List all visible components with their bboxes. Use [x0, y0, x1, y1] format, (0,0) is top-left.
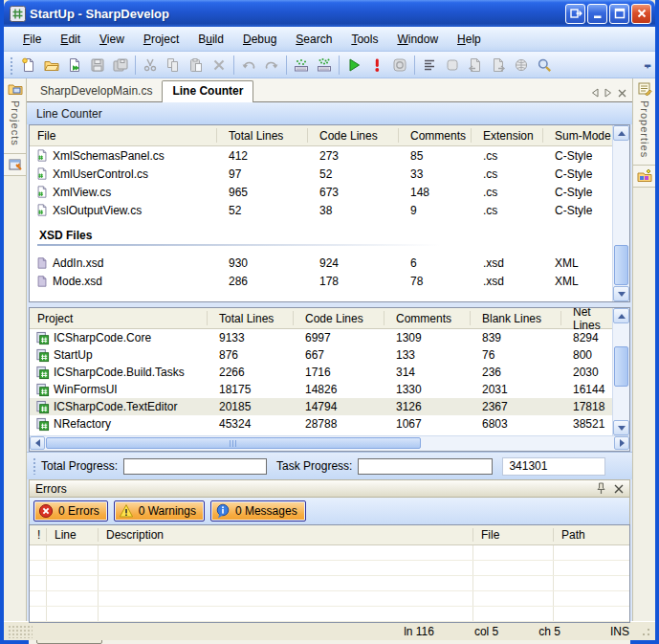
project-table-hscrollbar[interactable]	[30, 435, 629, 451]
menu-item-tools[interactable]: Tools	[341, 30, 387, 49]
table-row[interactable]: ICSharpCode.TextEditor201851479431262367…	[30, 398, 613, 415]
column-header[interactable]: Code Lines	[294, 311, 384, 325]
column-header[interactable]: File	[30, 128, 217, 143]
scroll-thumb[interactable]	[46, 437, 421, 449]
open-folder-icon[interactable]	[40, 54, 63, 77]
menu-item-help[interactable]: Help	[448, 30, 491, 49]
project-table-panel: ProjectTotal LinesCode LinesCommentsBlan…	[29, 307, 630, 452]
new-file-icon[interactable]	[17, 54, 40, 77]
column-header[interactable]: Code Lines	[308, 128, 399, 143]
group-header: XSD Files	[30, 219, 613, 244]
table-row[interactable]: WinFormsUI18175148261330203116144	[30, 381, 613, 398]
resize-grip-icon[interactable]	[639, 625, 651, 637]
menu-item-file[interactable]: File	[13, 30, 51, 49]
column-header[interactable]: Comments	[399, 128, 472, 143]
list-icon[interactable]	[418, 54, 441, 77]
column-header[interactable]: Sum-Mode	[543, 128, 613, 143]
grip-handle-icon[interactable]	[33, 457, 37, 475]
sidebar-right-tab-1[interactable]	[633, 166, 655, 188]
table-row[interactable]: Mode.xsd28617878.xsdXML	[30, 272, 613, 290]
build-icon[interactable]	[290, 54, 313, 77]
file-table-panel: FileTotal LinesCode LinesCommentsExtensi…	[29, 124, 630, 302]
window-mode-button[interactable]	[565, 4, 585, 24]
doc-tab-1[interactable]: Line Counter	[162, 80, 253, 102]
tab-next-icon[interactable]	[604, 88, 612, 98]
pin-icon[interactable]	[596, 482, 606, 495]
run-icon[interactable]	[342, 54, 365, 77]
doc-tab-0[interactable]: SharpDevelopMain.cs	[31, 81, 162, 101]
column-header[interactable]: Description	[99, 528, 473, 542]
document-tab-strip: SharpDevelopMain.csLine Counter	[27, 78, 632, 102]
undo-icon	[237, 54, 260, 77]
row-value: 16144	[561, 383, 613, 396]
scroll-thumb[interactable]	[614, 245, 628, 285]
paste-icon	[185, 54, 208, 77]
row-value: C-Style	[543, 167, 613, 181]
table-row[interactable]: XmlSchemasPanel.cs41227385.csC-Style	[30, 146, 613, 165]
column-header[interactable]: Total Lines	[217, 128, 308, 143]
properties-pad-icon	[637, 81, 652, 97]
column-header[interactable]: Total Lines	[208, 311, 294, 325]
cs-file-icon	[35, 203, 49, 217]
scroll-down-icon[interactable]	[613, 286, 629, 301]
close-button[interactable]	[631, 4, 651, 24]
0-messages-button[interactable]: 0 Messages	[210, 500, 306, 522]
table-row[interactable]: StartUp87666713376800	[30, 346, 613, 364]
project-icon	[35, 348, 50, 363]
column-header[interactable]: Project	[30, 311, 208, 325]
scroll-up-icon[interactable]	[613, 125, 629, 141]
table-row[interactable]: XmlUserControl.cs975233.csC-Style	[30, 165, 613, 183]
toolbar-overflow-icon[interactable]: ▂▾	[642, 55, 653, 76]
file-table-vscrollbar[interactable]	[612, 125, 629, 301]
column-header[interactable]: File	[473, 528, 554, 542]
toolbar-grip-icon[interactable]	[9, 56, 14, 75]
scroll-up-icon[interactable]	[613, 308, 629, 323]
row-value: C-Style	[543, 204, 613, 217]
scroll-right-icon[interactable]	[614, 436, 629, 450]
right-sidebar: Properties	[632, 78, 655, 621]
column-header[interactable]: Path	[554, 528, 629, 542]
table-row[interactable]: AddIn.xsd9309246.xsdXML	[30, 254, 613, 272]
column-header[interactable]: !	[30, 528, 47, 542]
menu-item-debug[interactable]: Debug	[233, 30, 286, 49]
table-row[interactable]: NRefactory45324287881067680338521	[30, 415, 613, 433]
search-icon[interactable]	[533, 54, 556, 77]
sidebar-left-tab-1[interactable]	[4, 154, 26, 176]
sidebar-right-tab-properties[interactable]: Properties	[633, 78, 655, 166]
table-row[interactable]: XslOutputView.cs52389.csC-Style	[30, 201, 613, 219]
stop-icon[interactable]	[365, 54, 388, 77]
table-row[interactable]: XmlView.cs965673148.csC-Style	[30, 183, 613, 201]
warning-icon	[119, 503, 134, 519]
column-header[interactable]: Line	[47, 528, 99, 542]
menu-item-search[interactable]: Search	[286, 30, 341, 49]
table-row[interactable]: ICSharpCode.Build.Tasks22661716314236203…	[30, 364, 613, 381]
column-header[interactable]: Net Lines	[561, 311, 613, 325]
column-header[interactable]: Extension	[472, 128, 543, 143]
maximize-button[interactable]	[609, 4, 629, 24]
tab-prev-icon[interactable]	[591, 88, 599, 98]
0-warnings-button[interactable]: 0 Warnings	[114, 500, 205, 522]
0-errors-button[interactable]: 0 Errors	[33, 500, 108, 522]
menu-item-project[interactable]: Project	[134, 30, 188, 49]
column-header[interactable]: Comments	[384, 311, 471, 325]
tab-close-icon[interactable]	[618, 89, 626, 98]
progress-counter: 341301	[502, 457, 605, 476]
scroll-left-icon[interactable]	[30, 436, 45, 450]
table-row[interactable]: ICSharpCode.Core9133699713098398294	[30, 329, 613, 346]
close-panel-icon[interactable]	[614, 484, 624, 494]
empty-cell	[47, 561, 99, 575]
project-icon	[35, 417, 50, 432]
column-header[interactable]: Blank Lines	[471, 311, 561, 325]
build-all-icon[interactable]	[313, 54, 336, 77]
project-table-vscrollbar[interactable]	[612, 308, 629, 435]
minimize-button[interactable]	[587, 4, 607, 24]
scroll-down-icon[interactable]	[613, 420, 629, 435]
menu-item-edit[interactable]: Edit	[51, 30, 90, 49]
toolbar-separator	[135, 56, 136, 75]
scroll-thumb[interactable]	[614, 346, 628, 387]
menu-item-build[interactable]: Build	[188, 30, 233, 49]
menu-item-view[interactable]: View	[90, 30, 134, 49]
sidebar-left-tab-projects[interactable]: Projects	[4, 78, 26, 154]
menu-item-window[interactable]: Window	[387, 30, 448, 49]
save-as-icon[interactable]	[63, 54, 86, 77]
